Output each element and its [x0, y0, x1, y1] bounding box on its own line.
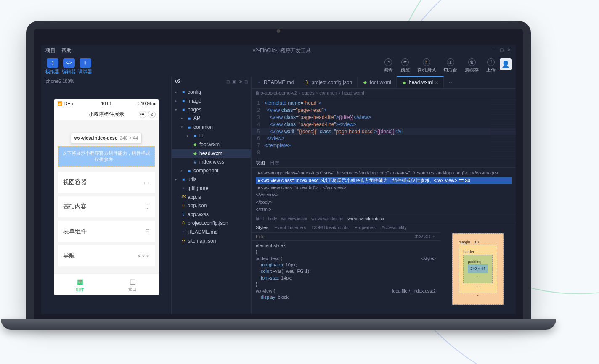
close-tab-icon[interactable]: ✕ — [435, 80, 438, 86]
action-compile[interactable]: ⟳编译 — [384, 58, 393, 73]
code-editor[interactable]: 1<template name="head">2 <view class="pa… — [252, 98, 516, 158]
action-upload[interactable]: ⤴上传 — [486, 58, 496, 73]
devtools-tab-log[interactable]: 日志 — [270, 160, 279, 166]
phone-preview: 📶 IDE ᯤ 10:01 ᛒ 100% ■ 小程序组件展示 ••• ⊙ — [54, 99, 159, 295]
file-tree-item[interactable]: #app.wxss — [172, 210, 251, 219]
tab-editor[interactable]: </>编辑器 — [62, 58, 76, 75]
wxss-icon: # — [181, 212, 186, 217]
trash-icon: 🗑 — [468, 58, 476, 66]
action-clear-cache[interactable]: 🗑清缓存 — [465, 58, 479, 73]
folder-icon: ■ — [181, 98, 186, 103]
project-root[interactable]: v2 — [175, 78, 224, 85]
menu-project[interactable]: 项目 — [45, 47, 56, 54]
capsule-close-icon[interactable]: ⊙ — [148, 111, 156, 118]
dom-tree[interactable]: ▸<wx-image class="index-logo" src="../re… — [252, 168, 516, 215]
inspected-element[interactable]: 以下将展示小程序官方组件能力，组件样式仅供参考。 — [58, 146, 155, 167]
laptop-base — [1, 319, 556, 330]
file-explorer: v2 ⊞ ▣ ⟳ ⊟ ▸■config▸■image▾■pages▸■API▾■… — [172, 76, 252, 314]
file-tree-item[interactable]: ▫README.md — [172, 228, 251, 237]
camera-icon — [277, 29, 280, 33]
editor-tab[interactable]: ▫README.md — [252, 77, 299, 88]
list-item[interactable]: 导航∘∘∘ — [58, 245, 155, 266]
json-icon: {} — [181, 221, 186, 226]
md-icon: ▫ — [181, 186, 186, 191]
editor-tab[interactable]: {}project.config.json — [299, 77, 358, 88]
list-item[interactable]: 基础内容𝕋 — [58, 196, 155, 217]
styles-subtab[interactable]: Styles — [256, 224, 268, 231]
tab-debugger[interactable]: ⫴调试器 — [78, 58, 92, 75]
file-tree-item[interactable]: ▸■utils — [172, 175, 251, 184]
file-tree-item[interactable]: #index.wxss — [172, 158, 251, 166]
file-tree-item[interactable]: ▸■image — [172, 97, 251, 106]
file-tree-item[interactable]: ▸■component — [172, 166, 251, 175]
menu-help[interactable]: 帮助 — [61, 47, 72, 54]
action-remote[interactable]: 📱真机调试 — [417, 58, 436, 73]
file-tree-item[interactable]: ▸■lib — [172, 132, 251, 140]
file-tree-item[interactable]: ◆head.wxml — [172, 149, 251, 158]
styles-subtab[interactable]: DOM Breakpoints — [312, 224, 349, 231]
folder-icon: ■ — [193, 133, 198, 138]
box-model: margin 10 border - padding - 240 × 44 - — [440, 223, 516, 314]
breadcrumb[interactable]: fino-applet-demo-v2›pages›common›head.wx… — [252, 89, 516, 98]
styles-subtab[interactable]: Properties — [355, 224, 376, 231]
maximize-icon[interactable]: ▢ — [500, 47, 504, 51]
avatar[interactable]: 👤 — [500, 58, 512, 70]
wxml-icon: ◆ — [193, 151, 198, 156]
devtools-tab-view[interactable]: 视图 — [256, 160, 265, 166]
file-tree-item[interactable]: ▾■pages — [172, 106, 251, 114]
dom-breadcrumb[interactable]: htmlbodywx-view.indexwx-view.index-hdwx-… — [252, 215, 516, 223]
folder-icon: ■ — [187, 116, 192, 121]
simulator-panel: iphone6 100% 📶 IDE ᯤ 10:01 ᛒ 100% ■ 小程序组… — [41, 76, 172, 314]
file-tree-item[interactable]: ▫.gitignore — [172, 184, 251, 193]
editor-tab[interactable]: ◆head.wxml✕ — [397, 76, 444, 88]
background-icon: ◫ — [447, 58, 454, 66]
close-icon[interactable]: ✕ — [507, 47, 512, 51]
file-tree-item[interactable]: ◆foot.wxml — [172, 140, 251, 149]
file-tree-item[interactable]: {}app.json — [172, 201, 251, 210]
refresh-icon[interactable]: ⟳ — [239, 79, 242, 85]
devtools-panel: 视图 日志 ▸<wx-image class="index-logo" src=… — [252, 158, 516, 314]
file-tree-item[interactable]: {}project.config.json — [172, 219, 251, 228]
phone-tab-component[interactable]: ▦组件 — [54, 274, 106, 295]
phone-battery: ᛒ 100% ■ — [137, 101, 155, 107]
collapse-icon[interactable]: ⊟ — [244, 79, 248, 85]
item-icon: ∘∘∘ — [137, 251, 150, 261]
minimize-icon[interactable]: — — [492, 47, 496, 51]
action-background[interactable]: ◫切后台 — [443, 58, 457, 73]
component-icon: ▦ — [56, 277, 104, 286]
styles-filter-opts[interactable]: :hov .cls ＋ — [415, 234, 436, 240]
styles-filter-input[interactable] — [256, 234, 415, 240]
file-tree-item[interactable]: JSapp.js — [172, 193, 251, 202]
file-tree-item[interactable]: ▸■config — [172, 88, 251, 97]
editor-tab[interactable]: ◆foot.wxml — [358, 77, 397, 88]
file-tree-item[interactable]: ▸■API — [172, 114, 251, 123]
file-tree-item[interactable]: ▾■common — [172, 123, 251, 132]
editor-tabs: ▫README.md{}project.config.json◆foot.wxm… — [252, 76, 516, 89]
styles-tabs: StylesEvent ListenersDOM BreakpointsProp… — [252, 223, 440, 232]
wxml-icon: ◆ — [193, 142, 198, 147]
styles-subtab[interactable]: Event Listeners — [274, 224, 306, 231]
upload-icon: ⤴ — [487, 58, 495, 66]
more-tabs-icon[interactable]: ⋯ — [444, 79, 456, 86]
capsule-more-icon[interactable]: ••• — [139, 111, 146, 118]
editor-panel: ▫README.md{}project.config.json◆foot.wxm… — [252, 76, 516, 314]
list-item[interactable]: 表单组件≡ — [58, 221, 155, 242]
app-title: 小程序组件展示 — [89, 111, 124, 118]
phone-time: 10:01 — [101, 101, 112, 107]
phone-signal: 📶 IDE ᯤ — [57, 101, 76, 107]
styles-subtab[interactable]: Accessibility — [382, 224, 407, 231]
list-item[interactable]: 视图容器▭ — [58, 172, 155, 193]
action-preview[interactable]: 👁预览 — [400, 58, 410, 73]
file-tree-item[interactable]: {}sitemap.json — [172, 237, 251, 245]
json-icon: {} — [181, 238, 186, 243]
ide-window: 项目 帮助 v2-FinClip小程序开发工具 — ▢ ✕ ▯模拟器 </>编辑… — [41, 45, 516, 314]
tab-simulator[interactable]: ▯模拟器 — [45, 58, 59, 75]
minimap[interactable] — [490, 98, 516, 158]
new-folder-icon[interactable]: ▣ — [232, 79, 236, 85]
item-icon: ▭ — [143, 178, 150, 187]
wxss-icon: # — [193, 160, 198, 165]
new-file-icon[interactable]: ⊞ — [226, 79, 230, 85]
phone-tab-api[interactable]: ◫接口 — [106, 274, 159, 295]
css-rules[interactable]: element.style { } .index-desc {<style> m… — [252, 241, 440, 303]
laptop-frame: 项目 帮助 v2-FinClip小程序开发工具 — ▢ ✕ ▯模拟器 </>编辑… — [26, 21, 531, 330]
